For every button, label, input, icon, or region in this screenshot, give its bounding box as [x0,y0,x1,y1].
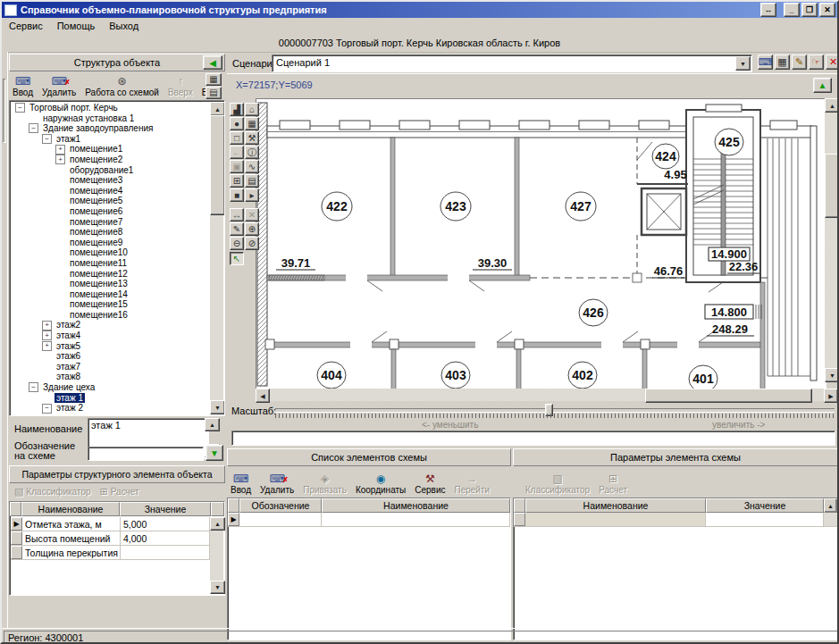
expand-toggle-icon[interactable]: − [15,103,25,113]
expand-toggle-icon[interactable]: − [42,134,52,144]
tree-item[interactable]: помещение15 [12,299,209,310]
curve-tool[interactable]: ∿ [245,160,259,173]
scroll-up-icon[interactable]: ▲ [210,517,225,531]
tree-item[interactable]: + помещение1 [12,144,209,155]
expand-toggle-icon[interactable]: − [29,382,38,392]
up-button[interactable]: ↑ Вверх [164,74,197,99]
tree-list-button[interactable]: ▤ [206,87,222,99]
dock-strip[interactable] [2,52,8,628]
scale-value-field[interactable] [231,431,835,446]
elements-delete-button[interactable]: ⌨✗ Удалить [256,472,298,497]
layers-tool[interactable]: ▤ [245,174,259,188]
tree-item[interactable]: − Торговый порт. Керчь [12,103,209,113]
tree-item[interactable]: помещение5 [12,196,209,206]
fill-tool[interactable]: ■ [230,188,244,202]
scenario-delete-button[interactable]: ✕ [826,54,839,70]
tree-item[interactable]: помещение9 [12,238,209,248]
zoom-out-tool[interactable]: ⊖ [230,237,244,250]
tree-item[interactable]: этаж7 [12,362,209,372]
dock-button[interactable]: ↔ [760,3,776,17]
tree-item[interactable]: помещение7 [12,217,209,228]
col-value[interactable]: Значение [706,498,824,513]
tree-item[interactable]: оборудование1 [12,165,209,176]
close-button[interactable]: ✕ [819,3,835,17]
tree-item[interactable]: + этаж5 [12,341,209,352]
tree-scrollbar[interactable]: ▲ ▼ [210,102,223,414]
coordinates-button[interactable]: ◉ Координаты [352,472,409,497]
plan-canvas[interactable]: 422 423 427 424 425 426 404 403 402 401 … [256,98,826,390]
minimize-button[interactable]: _ [784,3,800,17]
expand-toggle-icon[interactable]: − [42,404,52,414]
scroll-down-icon[interactable]: ▼ [210,581,225,594]
menu-item[interactable]: Сервис [2,19,50,33]
tree-item[interactable]: − этаж1 [12,134,209,145]
tree-item[interactable]: помещение16 [12,310,209,321]
scenario-add-button[interactable]: ⌨ [758,54,773,70]
zoom-window-tool[interactable]: ⊘ [245,237,259,250]
tree-item[interactable]: помещение11 [12,258,209,269]
collapse-canvas-button[interactable]: ▲ [813,78,832,93]
collapse-left-button[interactable]: ◀ [203,55,222,70]
tree-item[interactable]: наружная установка 1 [12,113,209,124]
expand-toggle-icon[interactable]: + [42,330,52,340]
back-tool[interactable]: ← [230,146,244,159]
tree-item[interactable]: − Здание заводоуправления [12,123,209,134]
canvas-hscroll-thumb[interactable] [645,389,812,403]
truck-tool[interactable]: ▸ [245,188,259,202]
cut-tool[interactable]: ✕ [245,208,259,222]
scale-track[interactable] [275,408,835,413]
scroll-right-icon[interactable]: ▶ [824,389,838,403]
scroll-down-icon[interactable]: ▼ [825,368,839,382]
scenario-combo[interactable]: Сценарий 1 ▼ [272,54,752,72]
classifier-button[interactable]: ▧ Классификатор [11,484,95,499]
col-name[interactable]: Наименование [21,502,120,516]
elements-empty-row[interactable]: ▶ [228,513,510,527]
tree-item[interactable]: помещение6 [12,206,209,217]
expand-toggle-icon[interactable]: + [42,321,52,330]
tree-item[interactable]: помещение10 [12,247,209,258]
el-calc-button[interactable]: ⊞ Расчет [595,472,631,497]
measure-tool[interactable]: ↔ [230,208,244,222]
service-button[interactable]: ⚒ Сервис [411,472,449,497]
rect-tool[interactable]: □ [230,131,244,145]
tree-item[interactable]: помещение8 [12,227,209,238]
menu-item[interactable]: Помощь [50,19,103,33]
spin-up-icon[interactable]: ▲ [205,418,220,431]
tree-item[interactable]: помещение3 [12,175,209,186]
calc-button[interactable]: ⊞ Расчет [96,484,143,499]
combo-dropdown-icon[interactable]: ▼ [735,56,751,71]
tree-item[interactable]: этаж6 [12,351,209,362]
zoom-in-tool[interactable]: ⊕ [245,222,259,236]
tree-item[interactable]: + помещение2 [12,155,209,165]
menu-item[interactable]: Выход [102,19,146,33]
tree-item[interactable]: помещение13 [12,279,209,289]
add-frame-tool[interactable]: ⊞ [230,174,244,188]
scenario-table-button[interactable]: ▦ [775,54,790,70]
tree-item[interactable]: помещение4 [12,186,209,197]
scroll-up-icon[interactable]: ▲ [824,498,837,513]
canvas-vscroll-thumb[interactable] [825,154,839,218]
chart-tool[interactable]: ▟ [230,103,244,116]
tree-item[interactable]: помещение14 [12,289,209,300]
tree-item[interactable]: + этаж2 [12,320,209,330]
draw-tool[interactable]: ✎ [230,222,244,236]
scroll-left-icon[interactable]: ◀ [256,389,270,403]
col-name[interactable]: Наименование [525,498,706,513]
scroll-up-icon[interactable]: ▲ [825,98,839,113]
image-tool[interactable]: ▣ [230,160,244,173]
expand-toggle-icon[interactable]: + [42,341,52,351]
expand-toggle-icon[interactable]: + [55,155,65,164]
add-button[interactable]: ⌨ Ввод [9,74,37,99]
element-params-empty-row[interactable] [514,513,837,527]
title-bar[interactable]: Справочник объемно-планировочной структу… [2,2,837,18]
scroll-up-icon[interactable]: ▲ [210,102,225,116]
el-classifier-button[interactable]: ▧ Классификатор [522,472,593,497]
symbol-dropdown-button[interactable]: ▼ [206,445,223,461]
tree-scroll-thumb[interactable] [210,115,225,215]
goto-button[interactable]: → Перейти [451,472,494,497]
canvas-vscrollbar[interactable]: ▲ ▼ [825,98,838,382]
info-tool[interactable]: ⓘ [245,146,259,159]
tree-item[interactable]: + этаж4 [12,330,209,341]
grid-tool[interactable]: ▦ [245,117,259,130]
Отметка этажа, м[interactable]: ▶ Отметка этажа, м 5,000 [11,517,210,531]
